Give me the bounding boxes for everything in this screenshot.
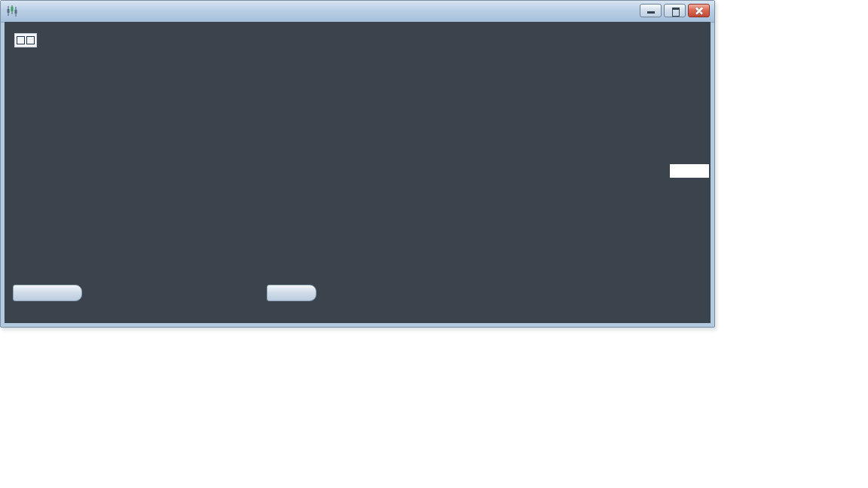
chart-client-area xyxy=(5,22,711,323)
price-chart-canvas[interactable] xyxy=(5,22,711,323)
month-tab-feb-2020[interactable] xyxy=(13,285,82,301)
minimize-button[interactable] xyxy=(640,4,662,17)
maximize-icon xyxy=(672,8,680,17)
candlestick-chart-icon xyxy=(6,5,19,17)
month-tab-mar-2020[interactable] xyxy=(267,285,316,301)
maximize-button[interactable] xyxy=(664,4,686,17)
title-bar[interactable] xyxy=(1,1,714,23)
minimize-icon xyxy=(647,11,655,14)
desktop xyxy=(0,0,868,488)
chart-window xyxy=(0,0,715,328)
window-controls xyxy=(640,4,710,17)
close-button[interactable] xyxy=(688,4,710,17)
